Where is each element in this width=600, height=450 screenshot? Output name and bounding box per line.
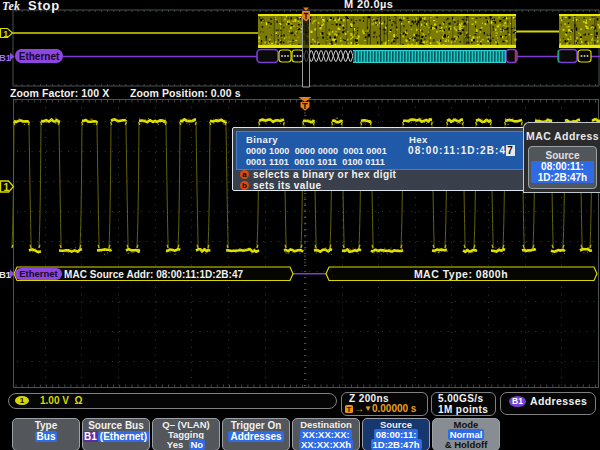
- svg-text:Ethernet: Ethernet: [19, 51, 60, 62]
- svg-text:1: 1: [3, 182, 9, 193]
- svg-text:Ethernet: Ethernet: [19, 268, 58, 279]
- svg-text:MAC Source Addr: 08:00:11:1D:2: MAC Source Addr: 08:00:11:1D:2B:47: [64, 269, 244, 280]
- svg-text:1: 1: [3, 29, 8, 39]
- svg-text:MAC Type: 0800h: MAC Type: 0800h: [414, 268, 508, 280]
